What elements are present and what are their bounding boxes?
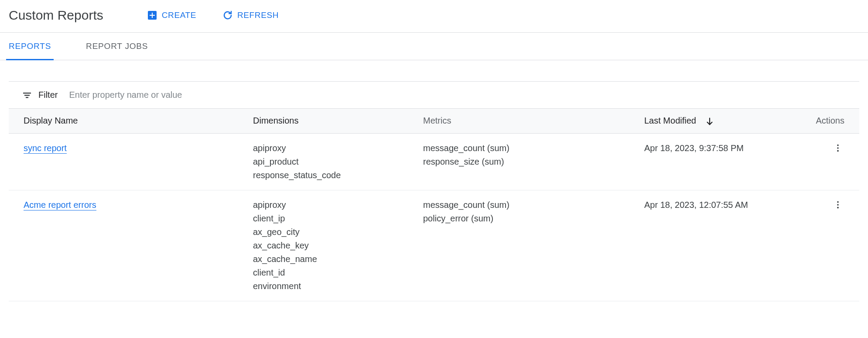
refresh-button[interactable]: REFRESH <box>222 10 279 21</box>
svg-point-11 <box>837 204 839 206</box>
dimension-value: response_status_code <box>253 169 411 182</box>
table-row: sync reportapiproxyapi_productresponse_s… <box>9 133 859 190</box>
page-header: Custom Reports CREATE REFRESH <box>0 0 868 32</box>
tabs: REPORTS REPORT JOBS <box>0 33 868 60</box>
metrics-cell: message_count (sum)response_size (sum) <box>417 133 638 190</box>
dimension-value: ax_cache_name <box>253 252 411 266</box>
more-vert-icon <box>833 200 843 210</box>
svg-point-7 <box>837 144 839 146</box>
sort-desc-icon <box>705 117 714 126</box>
last-modified-cell: Apr 18, 2023, 9:37:58 PM <box>638 133 800 190</box>
col-dimensions[interactable]: Dimensions <box>247 109 417 134</box>
svg-point-8 <box>837 147 839 149</box>
svg-point-9 <box>837 150 839 152</box>
svg-rect-5 <box>26 97 28 98</box>
metric-value: message_count (sum) <box>423 141 632 155</box>
more-vert-icon <box>833 143 843 153</box>
last-modified-cell: Apr 18, 2023, 12:07:55 AM <box>638 190 800 301</box>
col-metrics[interactable]: Metrics <box>417 109 638 134</box>
dimension-value: client_ip <box>253 212 411 225</box>
svg-rect-3 <box>23 93 31 93</box>
refresh-label: REFRESH <box>237 10 279 20</box>
page-title: Custom Reports <box>9 8 103 23</box>
plus-icon <box>147 10 157 21</box>
reports-table: Display Name Dimensions Metrics Last Mod… <box>9 108 859 301</box>
metric-value: policy_error (sum) <box>423 212 632 225</box>
row-actions-menu[interactable] <box>831 141 844 155</box>
report-name-link[interactable]: Acme report errors <box>24 200 96 210</box>
col-last-modified-label: Last Modified <box>644 116 696 125</box>
svg-point-12 <box>837 207 839 208</box>
filter-input[interactable] <box>68 90 286 100</box>
svg-rect-2 <box>150 15 155 16</box>
metrics-cell: message_count (sum)policy_error (sum) <box>417 190 638 301</box>
tab-report-jobs[interactable]: REPORT JOBS <box>86 33 148 60</box>
metric-value: response_size (sum) <box>423 155 632 169</box>
col-actions: Actions <box>800 109 860 134</box>
filter-icon <box>22 90 32 100</box>
dimension-value: ax_cache_key <box>253 239 411 252</box>
dimension-value: ax_geo_city <box>253 225 411 239</box>
filter-bar: Filter <box>9 81 859 108</box>
filter-label: Filter <box>38 90 58 100</box>
dimensions-cell: apiproxyapi_productresponse_status_code <box>247 133 417 190</box>
col-display-name[interactable]: Display Name <box>9 109 247 134</box>
dimension-value: environment <box>253 279 411 293</box>
dimension-value: apiproxy <box>253 141 411 155</box>
dimension-value: api_product <box>253 155 411 169</box>
table-header-row: Display Name Dimensions Metrics Last Mod… <box>9 109 859 134</box>
create-button[interactable]: CREATE <box>147 10 196 21</box>
refresh-icon <box>222 10 233 21</box>
row-actions-menu[interactable] <box>831 198 844 211</box>
actions-cell <box>800 133 860 190</box>
create-label: CREATE <box>162 10 196 20</box>
dimension-value: client_id <box>253 266 411 279</box>
col-last-modified[interactable]: Last Modified <box>638 109 800 134</box>
dimensions-cell: apiproxyclient_ipax_geo_cityax_cache_key… <box>247 190 417 301</box>
svg-rect-4 <box>24 95 30 96</box>
tab-reports[interactable]: REPORTS <box>9 33 51 60</box>
report-name-link[interactable]: sync report <box>24 143 67 154</box>
actions-cell <box>800 190 860 301</box>
metric-value: message_count (sum) <box>423 198 632 212</box>
svg-point-10 <box>837 201 839 203</box>
dimension-value: apiproxy <box>253 198 411 212</box>
table-row: Acme report errorsapiproxyclient_ipax_ge… <box>9 190 859 301</box>
